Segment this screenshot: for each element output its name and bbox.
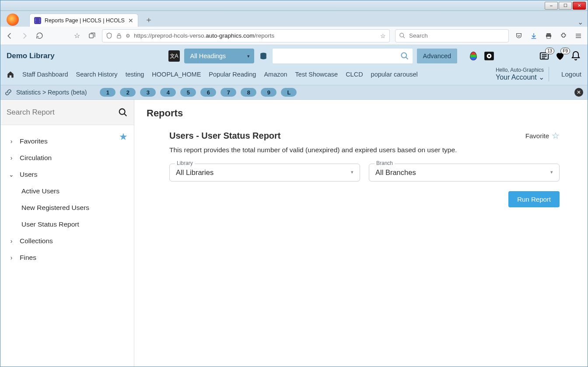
sidebar-search-input[interactable] (7, 108, 114, 117)
shield-icon (106, 32, 112, 39)
svg-point-12 (119, 108, 125, 114)
window-maximize-button[interactable]: ☐ (559, 2, 572, 10)
catalog-search-box[interactable] (273, 49, 413, 63)
favorites-badge: F9 (560, 48, 570, 54)
back-button[interactable] (5, 31, 14, 41)
container-icon[interactable] (87, 31, 97, 41)
window-minimize-button[interactable]: – (545, 2, 558, 10)
tab-close-icon[interactable]: ✕ (128, 17, 133, 24)
notifications-icon[interactable] (570, 50, 581, 62)
session-pill[interactable]: 8 (241, 88, 256, 97)
account-menu[interactable]: Hello, Auto-Graphics Your Account ⌄ (496, 67, 549, 81)
extensions-icon[interactable] (559, 31, 568, 41)
svg-rect-5 (547, 36, 550, 38)
report-description: This report provides the total number of… (169, 146, 560, 154)
session-pill[interactable]: 9 (261, 88, 276, 97)
url-bar[interactable]: ⚙ https://preprod-hcols-verso.auto-graph… (102, 29, 390, 42)
nav-staff-dashboard[interactable]: Staff Dashboard (22, 71, 68, 78)
balloon-icon[interactable] (468, 50, 479, 62)
pocket-icon[interactable] (514, 31, 524, 41)
chevron-right-icon: › (8, 154, 14, 161)
svg-point-7 (401, 53, 406, 58)
catalog-search-icon[interactable] (400, 52, 409, 60)
nav-popular-reading[interactable]: Popular Reading (209, 71, 256, 78)
breadcrumb-text[interactable]: Statistics > Reports (beta) (16, 89, 87, 96)
favorites-icon[interactable]: F9 (554, 50, 566, 62)
tree-users-new-registered[interactable]: New Registered Users (5, 199, 130, 216)
reports-sidebar: ★ › Favorites › Circulation ⌄ Users Acti… (0, 100, 134, 367)
session-pill[interactable]: 2 (120, 88, 136, 97)
new-tab-button[interactable]: ＋ (143, 14, 155, 26)
scan-icon[interactable] (483, 50, 495, 62)
advanced-search-button[interactable]: Advanced (417, 49, 458, 63)
branch-select[interactable]: Branch All Branches (369, 164, 560, 182)
session-pill[interactable]: 4 (160, 88, 176, 97)
nav-test-showcase[interactable]: Test Showcase (295, 71, 338, 78)
chevron-down-icon: ⌄ (539, 73, 544, 81)
svg-rect-3 (546, 33, 550, 35)
account-greeting: Hello, Auto-Graphics (496, 67, 544, 73)
svg-point-2 (400, 33, 404, 37)
print-icon[interactable] (544, 31, 553, 41)
nav-amazon[interactable]: Amazon (264, 71, 287, 78)
session-pill[interactable]: 6 (200, 88, 216, 97)
browser-tab-active[interactable]: ⋮⋮ Reports Page | HCOLS | HCOLS ✕ (29, 14, 138, 27)
svg-point-10 (488, 55, 490, 57)
svg-rect-0 (89, 34, 93, 38)
headings-select[interactable]: All Headings (184, 49, 254, 63)
app-header: Demo Library 文A All Headings Advanced 13 (0, 45, 588, 85)
bookmark-page-icon[interactable]: ☆ (380, 32, 386, 39)
tree-users[interactable]: ⌄ Users (5, 166, 130, 183)
nav-search-history[interactable]: Search History (76, 71, 118, 78)
tree-circulation[interactable]: › Circulation (5, 150, 130, 166)
lock-icon (116, 33, 122, 39)
session-pill[interactable]: 5 (180, 88, 196, 97)
tree-users-active[interactable]: Active Users (5, 183, 130, 199)
favorite-toggle[interactable]: Favorite ☆ (525, 130, 560, 141)
tree-favorites[interactable]: › Favorites (5, 133, 130, 150)
bookmark-star-icon[interactable]: ☆ (72, 31, 82, 41)
nav-popular-carousel[interactable]: popular carousel (371, 71, 418, 78)
tree-collections[interactable]: › Collections (5, 233, 130, 249)
reload-button[interactable] (35, 31, 44, 41)
tab-favicon-icon: ⋮⋮ (34, 17, 41, 24)
session-pill[interactable]: 3 (140, 88, 156, 97)
url-text: https://preprod-hcols-verso.auto-graphic… (134, 32, 274, 39)
svg-rect-1 (117, 35, 121, 38)
page-title: Reports (147, 108, 575, 119)
nav-hoopla-home[interactable]: HOOPLA_HOME (152, 71, 201, 78)
window-close-button[interactable]: ✕ (573, 2, 586, 10)
nav-clcd[interactable]: CLCD (346, 71, 363, 78)
session-pill[interactable]: L (281, 88, 297, 97)
database-icon[interactable] (259, 52, 268, 60)
translate-icon[interactable]: 文A (168, 50, 180, 62)
tree-users-status-report[interactable]: User Status Report (5, 216, 130, 233)
tree-fines[interactable]: › Fines (5, 249, 130, 266)
session-pill[interactable]: 1 (100, 88, 116, 97)
close-bar-icon[interactable]: ✕ (574, 88, 583, 97)
home-icon[interactable] (7, 70, 14, 78)
nav-testing[interactable]: testing (126, 71, 144, 78)
permissions-icon[interactable]: ⚙ (126, 33, 130, 39)
search-icon[interactable] (118, 108, 128, 117)
chevron-right-icon: › (8, 254, 14, 261)
branch-select-value: All Branches (375, 168, 553, 177)
chevron-right-icon: › (8, 138, 14, 145)
sidebar-search[interactable] (0, 100, 134, 125)
lists-badge: 13 (545, 48, 554, 54)
downloads-icon[interactable] (529, 31, 539, 41)
link-chain-icon (5, 89, 12, 96)
run-report-button[interactable]: Run Report (508, 191, 560, 207)
lists-icon[interactable]: 13 (539, 50, 550, 62)
browser-search-input[interactable] (409, 32, 505, 39)
report-title: Users - User Status Report (169, 131, 281, 141)
sidebar-favorite-star-icon[interactable]: ★ (119, 131, 128, 143)
logout-link[interactable]: Logout (561, 70, 581, 78)
menu-icon[interactable] (574, 31, 583, 41)
library-select[interactable]: Library All Libraries (169, 164, 360, 182)
tabs-dropdown-icon[interactable]: ⌄ (575, 17, 585, 27)
catalog-search-input[interactable] (276, 52, 400, 59)
browser-search-box[interactable] (395, 29, 509, 42)
session-pill[interactable]: 7 (220, 88, 236, 97)
search-icon (399, 32, 406, 39)
